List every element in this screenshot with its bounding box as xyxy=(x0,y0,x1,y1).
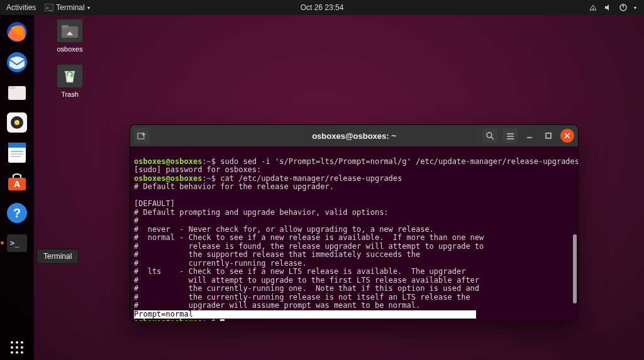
prompt-dollar: $ xyxy=(211,157,220,166)
svg-point-31 xyxy=(21,351,23,354)
desktop-home-folder[interactable]: osboxes xyxy=(48,19,92,53)
dock-help[interactable]: ? xyxy=(4,200,30,226)
svg-rect-13 xyxy=(8,143,26,148)
show-applications-button[interactable] xyxy=(0,340,34,355)
volume-icon[interactable] xyxy=(604,3,613,12)
clock[interactable]: Oct 26 23:54 xyxy=(301,3,344,12)
desktop-icon-label: osboxes xyxy=(48,45,92,53)
terminal-menu-icon: >_ xyxy=(45,3,53,12)
prompt-user: osboxes@osboxes xyxy=(134,174,202,183)
svg-line-39 xyxy=(491,137,494,139)
cursor xyxy=(220,319,225,321)
svg-point-24 xyxy=(16,341,18,344)
svg-point-28 xyxy=(21,346,23,349)
svg-rect-8 xyxy=(8,86,16,89)
prompt-path: ~ xyxy=(207,318,211,321)
prompt-dollar: $ xyxy=(211,318,220,321)
menu-button[interactable] xyxy=(502,128,518,143)
terminal-body[interactable]: osboxes@osboxes:~$ sudo sed -i 's/Prompt… xyxy=(130,146,578,321)
svg-point-11 xyxy=(14,120,19,125)
prompt-sep: : xyxy=(202,318,206,321)
svg-point-25 xyxy=(21,341,23,344)
prompt-path: ~ xyxy=(207,174,211,183)
maximize-button[interactable] xyxy=(541,129,555,143)
minimize-button[interactable] xyxy=(523,129,536,143)
app-menu-label: Terminal xyxy=(56,3,84,12)
dock-rhythmbox[interactable] xyxy=(4,109,30,136)
desktop-icon-label: Trash xyxy=(48,90,92,98)
svg-point-2 xyxy=(592,8,594,9)
svg-point-27 xyxy=(16,346,18,349)
new-tab-button[interactable] xyxy=(134,128,149,143)
network-icon[interactable] xyxy=(589,3,597,12)
svg-text:A: A xyxy=(14,179,20,189)
dock-libreoffice-writer[interactable] xyxy=(4,139,30,166)
svg-text:>_: >_ xyxy=(46,5,52,11)
chevron-down-icon[interactable]: ▾ xyxy=(634,5,636,11)
top-bar: Activities >_ Terminal ▾ Oct 26 23:54 ▾ xyxy=(0,0,644,15)
dock: A ? >_ xyxy=(0,15,34,360)
command-text: sudo sed -i 's/Prompt=lts/Prompt=normal/… xyxy=(220,157,578,166)
prompt-path: ~ xyxy=(207,157,211,166)
svg-point-38 xyxy=(487,133,492,138)
svg-point-23 xyxy=(11,341,13,344)
terminal-window[interactable]: osboxes@osboxes: ~ osboxes@osboxes:~$ su… xyxy=(130,124,579,322)
desktop-trash[interactable]: Trash xyxy=(48,64,92,98)
highlighted-line: Prompt=normal xyxy=(134,310,476,319)
dock-terminal[interactable]: >_ xyxy=(4,230,30,256)
dock-thunderbird[interactable] xyxy=(4,49,30,75)
activities-button[interactable]: Activities xyxy=(6,3,36,12)
search-button[interactable] xyxy=(482,128,497,143)
dock-files[interactable] xyxy=(4,79,30,106)
prompt-sep: : xyxy=(202,157,206,166)
dock-firefox[interactable] xyxy=(4,19,30,45)
output-text: # Default behavior for the release upgra… xyxy=(134,182,484,310)
prompt-user: osboxes@osboxes xyxy=(134,157,202,166)
terminal-titlebar[interactable]: osboxes@osboxes: ~ xyxy=(130,125,578,146)
power-icon[interactable] xyxy=(619,3,628,12)
prompt-dollar: $ xyxy=(211,174,220,183)
chevron-down-icon: ▾ xyxy=(87,5,90,11)
prompt-sep: : xyxy=(202,174,206,183)
svg-text:>_: >_ xyxy=(10,239,19,248)
svg-point-29 xyxy=(11,351,13,354)
svg-point-30 xyxy=(16,351,18,354)
command-text: cat /etc/update-manager/release-upgrades xyxy=(220,174,402,183)
home-folder-icon xyxy=(57,19,83,43)
app-menu[interactable]: >_ Terminal ▾ xyxy=(45,3,89,12)
svg-rect-44 xyxy=(546,133,551,138)
window-title: osboxes@osboxes: ~ xyxy=(312,131,396,141)
trash-icon xyxy=(57,64,83,88)
dock-software[interactable]: A xyxy=(4,170,30,196)
svg-point-26 xyxy=(11,346,13,349)
close-button[interactable] xyxy=(560,129,574,143)
svg-rect-33 xyxy=(62,25,69,28)
prompt-user: osboxes@osboxes xyxy=(134,318,202,321)
output-text: [sudo] password for osboxes: xyxy=(134,165,261,174)
svg-text:?: ? xyxy=(13,206,21,220)
scrollbar-thumb[interactable] xyxy=(573,234,577,303)
